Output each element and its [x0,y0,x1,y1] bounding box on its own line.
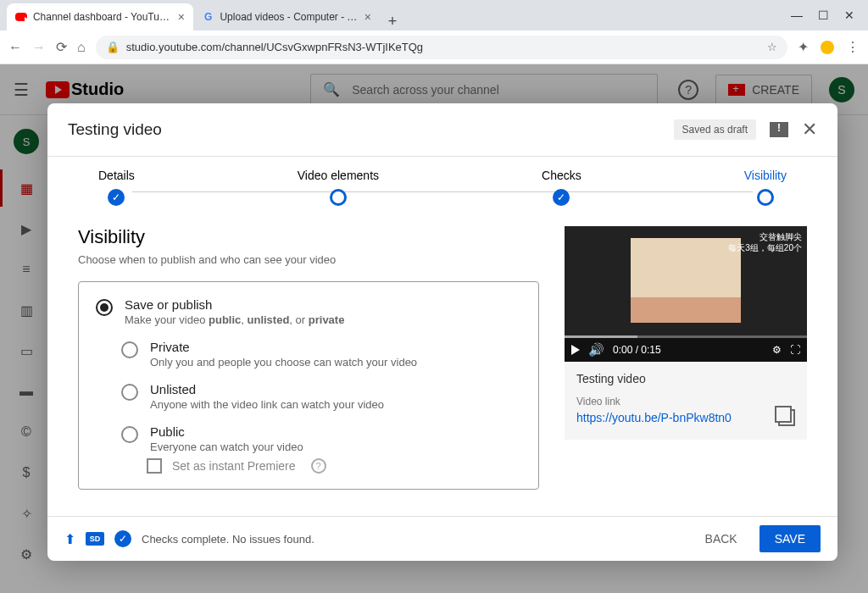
step-ring-icon [330,189,347,206]
back-icon[interactable]: ← [8,40,22,55]
draft-status-badge: Saved as draft [674,119,756,140]
close-window-icon[interactable]: ✕ [844,8,854,22]
close-dialog-icon[interactable]: ✕ [802,119,817,141]
preview-panel: 交替触脚尖 每天3组，每组20个 🔊 0:00 / 0:15 ⚙ ⛶ Testi… [565,226,807,507]
play-icon[interactable] [571,345,580,355]
address-bar[interactable]: 🔒 studio.youtube.com/channel/UCsvGxwpnFR… [96,36,787,59]
forward-icon[interactable]: → [32,40,46,55]
radio-unselected-icon [121,341,138,358]
url-text: studio.youtube.com/channel/UCsvGxwpnFRsN… [126,41,423,53]
video-preview[interactable]: 交替触脚尖 每天3组，每组20个 🔊 0:00 / 0:15 ⚙ ⛶ [565,226,807,362]
save-publish-desc: Make your video public, unlisted, or pri… [125,313,521,326]
radio-save-or-publish[interactable]: Save or publish Make your video public, … [96,297,521,326]
tab-close-icon[interactable]: × [178,10,185,24]
dialog-header: Testing video Saved as draft ✕ [47,103,837,157]
back-button[interactable]: BACK [692,525,751,552]
checks-complete-icon: ✓ [114,530,131,547]
video-link[interactable]: https://youtu.be/P-bnPkw8tn0 [576,411,732,424]
step-visibility[interactable]: Visibility [744,169,787,206]
help-tooltip-icon[interactable]: ? [311,458,326,474]
send-feedback-icon[interactable] [770,122,788,137]
preview-caption: 交替触脚尖 每天3组，每组20个 [728,231,802,253]
check-icon: ✓ [553,189,570,206]
upload-complete-icon: ⬆ [64,531,75,547]
new-tab-button[interactable]: + [380,13,405,30]
extension-badge-icon[interactable] [821,41,834,54]
radio-unselected-icon [121,426,138,443]
checkbox-unchecked-icon [147,458,162,474]
browser-tab-inactive[interactable]: G Upload videos - Computer - You × [193,3,380,30]
save-button[interactable]: SAVE [760,525,821,552]
checkbox-instant-premiere[interactable]: Set as instant Premiere ? [121,458,521,474]
visibility-subtitle: Choose when to publish and who can see y… [78,253,539,266]
reload-icon[interactable]: ⟳ [56,39,67,55]
preview-video-title: Testing video [576,372,795,385]
browser-tab-active[interactable]: Channel dashboard - YouTube St × [7,3,193,30]
step-checks[interactable]: Checks ✓ [542,169,581,206]
radio-unselected-icon [121,384,138,401]
video-time: 0:00 / 0:15 [613,344,661,356]
video-link-label: Video link [576,396,795,407]
save-or-publish-box: Save or publish Make your video public, … [78,281,539,490]
extensions-icon[interactable]: ✦ [798,39,809,55]
browser-menu-icon[interactable]: ⋮ [846,39,860,55]
check-icon: ✓ [108,189,125,206]
fullscreen-icon[interactable]: ⛶ [790,344,800,356]
maximize-icon[interactable]: ☐ [818,8,829,22]
browser-toolbar: ← → ⟳ ⌂ 🔒 studio.youtube.com/channel/UCs… [0,30,868,64]
youtube-favicon [15,10,28,24]
copy-link-icon[interactable] [778,409,795,426]
radio-unlisted[interactable]: Unlisted Anyone with the video link can … [121,382,521,411]
dialog-body: Visibility Choose when to publish and wh… [47,206,837,516]
tab-title: Channel dashboard - YouTube St [33,11,173,23]
dialog-footer: ⬆ SD ✓ Checks complete. No issues found.… [47,516,837,561]
minimize-icon[interactable]: ― [791,8,803,22]
volume-icon[interactable]: 🔊 [588,342,604,357]
tab-title: Upload videos - Computer - You [220,11,359,23]
settings-gear-icon[interactable]: ⚙ [772,344,782,356]
google-favicon: G [202,10,214,24]
lock-icon: 🔒 [106,41,120,53]
bookmark-star-icon[interactable]: ☆ [767,41,777,53]
checks-status-text: Checks complete. No issues found. [142,533,314,546]
radio-public[interactable]: Public Everyone can watch your video [121,424,521,453]
sd-badge-icon: SD [86,532,104,546]
radio-selected-icon [96,299,113,316]
home-icon[interactable]: ⌂ [77,40,86,55]
step-video-elements[interactable]: Video elements [298,169,379,206]
radio-private[interactable]: Private Only you and people you choose c… [121,340,521,369]
tab-close-icon[interactable]: × [364,10,371,24]
upload-dialog: Testing video Saved as draft ✕ Details ✓… [47,103,837,561]
step-ring-icon [757,189,774,206]
window-controls: ― ☐ ✕ [791,8,868,30]
dialog-title: Testing video [68,120,162,139]
step-details[interactable]: Details ✓ [98,169,135,206]
browser-tab-strip: Channel dashboard - YouTube St × G Uploa… [0,0,868,30]
visibility-heading: Visibility [78,226,539,248]
upload-stepper: Details ✓ Video elements Checks ✓ Visibi… [47,157,837,206]
